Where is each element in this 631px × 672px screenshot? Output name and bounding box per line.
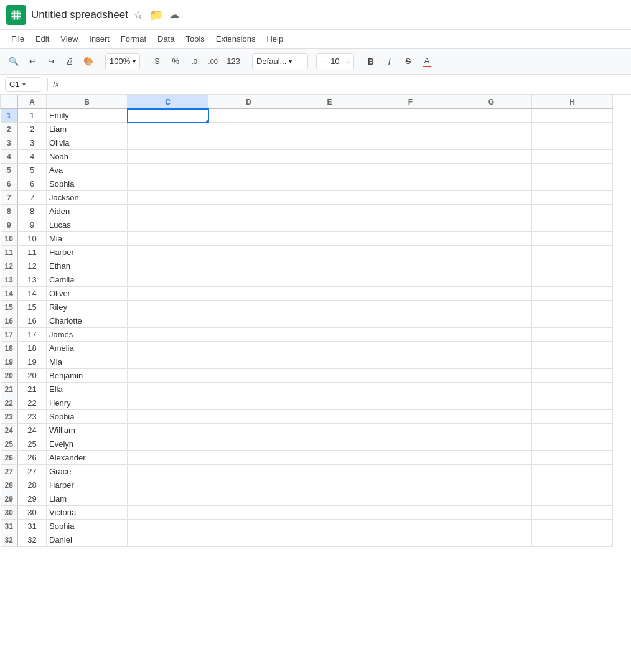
cell-g1[interactable] [451,109,532,123]
cell-b12[interactable]: Ethan [47,259,128,273]
cell-h27[interactable] [532,465,613,478]
col-header-h[interactable]: H [532,95,613,109]
bold-button[interactable]: B [362,53,380,70]
cell-g15[interactable] [451,301,532,314]
cell-b32[interactable]: Daniel [47,533,128,547]
cell-c29[interactable] [128,492,208,506]
cell-g20[interactable] [451,369,532,383]
cell-a6[interactable]: 6 [18,177,47,191]
cell-b17[interactable]: James [47,328,128,342]
menu-item-data[interactable]: Data [152,32,179,45]
row-header-12[interactable]: 12 [1,259,18,273]
cell-e19[interactable] [289,355,370,369]
cell-h5[interactable] [532,164,613,177]
cell-h10[interactable] [532,232,613,246]
cell-h19[interactable] [532,355,613,369]
cell-c11[interactable] [128,246,208,259]
cell-b11[interactable]: Harper [47,246,128,259]
cell-reference-box[interactable]: C1 ▾ [5,77,42,92]
cell-b15[interactable]: Riley [47,301,128,314]
row-header-22[interactable]: 22 [1,396,18,410]
cell-b30[interactable]: Victoria [47,506,128,520]
cell-a24[interactable]: 24 [18,424,47,437]
cell-f13[interactable] [370,273,451,287]
cell-g25[interactable] [451,437,532,451]
cell-b22[interactable]: Henry [47,396,128,410]
cell-c19[interactable] [128,355,208,369]
cell-f7[interactable] [370,191,451,205]
cell-e28[interactable] [289,478,370,492]
cell-c20[interactable] [128,369,208,383]
cell-b27[interactable]: Grace [47,465,128,478]
cell-f30[interactable] [370,506,451,520]
cell-d7[interactable] [208,191,289,205]
row-header-9[interactable]: 9 [1,218,18,232]
cell-b10[interactable]: Mia [47,232,128,246]
row-header-31[interactable]: 31 [1,520,18,533]
grid-container[interactable]: A B C D E F G H 11Emily22Liam33Olivia44N… [0,95,631,672]
cell-a28[interactable]: 28 [18,478,47,492]
cell-e20[interactable] [289,369,370,383]
row-header-10[interactable]: 10 [1,232,18,246]
cell-f32[interactable] [370,533,451,547]
row-header-2[interactable]: 2 [1,123,18,136]
cell-f28[interactable] [370,478,451,492]
cell-e4[interactable] [289,150,370,164]
cell-c26[interactable] [128,451,208,465]
col-header-f[interactable]: F [370,95,451,109]
row-header-11[interactable]: 11 [1,246,18,259]
cell-c22[interactable] [128,396,208,410]
cell-c2[interactable] [128,123,208,136]
cell-h16[interactable] [532,314,613,328]
cell-c4[interactable] [128,150,208,164]
cell-a22[interactable]: 22 [18,396,47,410]
cell-g6[interactable] [451,177,532,191]
cell-h24[interactable] [532,424,613,437]
cell-a25[interactable]: 25 [18,437,47,451]
undo-button[interactable]: ↩ [24,53,41,70]
row-header-29[interactable]: 29 [1,492,18,506]
row-header-4[interactable]: 4 [1,150,18,164]
cell-h32[interactable] [532,533,613,547]
cell-f23[interactable] [370,410,451,424]
menu-item-tools[interactable]: Tools [180,32,209,45]
cell-g27[interactable] [451,465,532,478]
cell-f21[interactable] [370,383,451,396]
cell-g26[interactable] [451,451,532,465]
cell-g19[interactable] [451,355,532,369]
cell-g32[interactable] [451,533,532,547]
row-header-20[interactable]: 20 [1,369,18,383]
cell-e31[interactable] [289,520,370,533]
cell-h12[interactable] [532,259,613,273]
col-header-b[interactable]: B [47,95,128,109]
cell-d16[interactable] [208,314,289,328]
cell-e1[interactable] [289,109,370,123]
print-button[interactable]: 🖨 [61,53,78,70]
cell-c23[interactable] [128,410,208,424]
cell-e11[interactable] [289,246,370,259]
row-header-24[interactable]: 24 [1,424,18,437]
cell-a8[interactable]: 8 [18,205,47,218]
cell-h18[interactable] [532,342,613,355]
formula-input[interactable] [64,80,626,89]
cell-c15[interactable] [128,301,208,314]
cell-a13[interactable]: 13 [18,273,47,287]
menu-item-help[interactable]: Help [261,32,288,45]
cell-g8[interactable] [451,205,532,218]
cell-d18[interactable] [208,342,289,355]
cell-f5[interactable] [370,164,451,177]
cell-e12[interactable] [289,259,370,273]
cell-c5[interactable] [128,164,208,177]
cell-g24[interactable] [451,424,532,437]
cell-e18[interactable] [289,342,370,355]
cell-f26[interactable] [370,451,451,465]
cell-a14[interactable]: 14 [18,287,47,301]
cell-g4[interactable] [451,150,532,164]
cell-a9[interactable]: 9 [18,218,47,232]
row-header-6[interactable]: 6 [1,177,18,191]
cell-e26[interactable] [289,451,370,465]
cell-c24[interactable] [128,424,208,437]
cell-c21[interactable] [128,383,208,396]
row-header-1[interactable]: 1 [1,109,18,123]
cell-a20[interactable]: 20 [18,369,47,383]
